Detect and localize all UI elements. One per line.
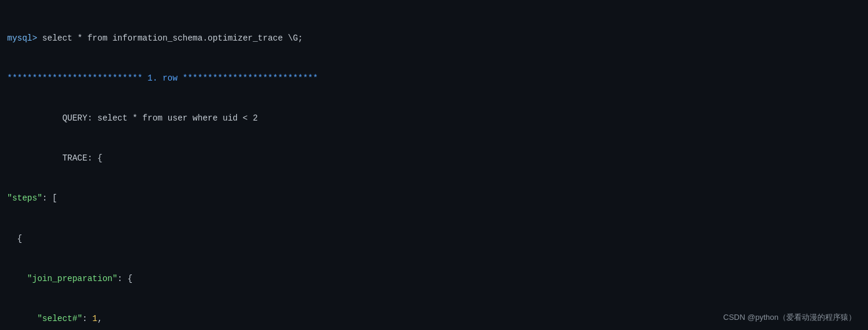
watermark-text: CSDN @python（爱看动漫的程序猿） [723, 313, 856, 322]
key-select-hash: "select#" [37, 314, 82, 323]
prompt: mysql> [7, 33, 37, 43]
code-block: mysql> select * from information_schema.… [7, 5, 861, 330]
separator: *************************** 1. row *****… [7, 73, 318, 83]
line-5: "steps": [ [7, 192, 861, 205]
key-steps: "steps" [7, 193, 42, 203]
line-2: *************************** 1. row *****… [7, 72, 861, 85]
line-7: "join_preparation": { [7, 272, 861, 285]
line-4: TRACE: { [7, 152, 861, 165]
key-join-preparation: "join_preparation" [27, 274, 118, 283]
val-select-num: 1 [92, 314, 97, 323]
terminal-window: mysql> select * from information_schema.… [0, 0, 868, 330]
line-6: { [7, 232, 861, 245]
watermark: CSDN @python（爱看动漫的程序猿） [723, 312, 856, 323]
line-1: mysql> select * from information_schema.… [7, 32, 861, 45]
line-3: QUERY: select * from user where uid < 2 [7, 112, 861, 125]
command: select * from information_schema.optimiz… [37, 33, 302, 43]
